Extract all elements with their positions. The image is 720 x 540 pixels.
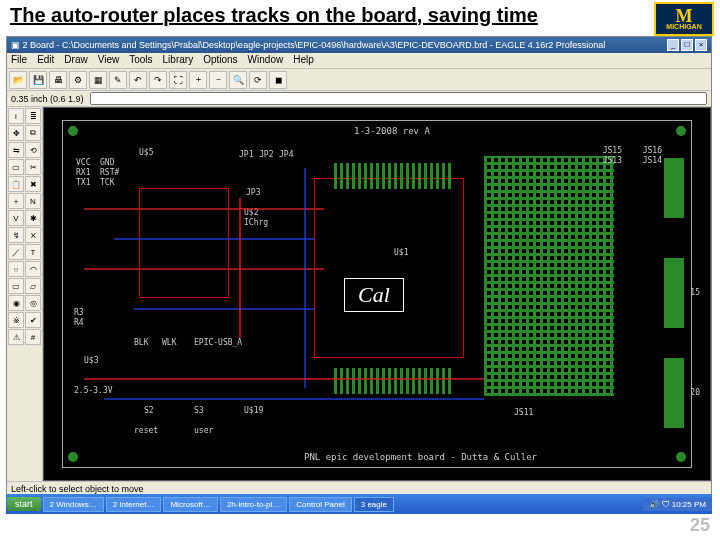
refresh-icon[interactable]: ⟳ (249, 71, 267, 89)
smash-tool-icon[interactable]: ✱ (25, 210, 41, 226)
erc-tool-icon[interactable]: ⚠ (8, 329, 24, 345)
menu-tools[interactable]: Tools (129, 54, 152, 67)
task-item[interactable]: 2 Windows… (43, 497, 104, 512)
padrow-top (334, 163, 454, 189)
app-icon: ▣ (11, 40, 20, 50)
silk-25-33v: 2.5-3.3V (74, 386, 113, 395)
silk-gnd: GND (100, 158, 114, 167)
cam-icon[interactable]: ⚙ (69, 71, 87, 89)
start-button[interactable]: start (7, 497, 41, 511)
silk-js11: JS11 (514, 408, 533, 417)
close-button[interactable]: × (695, 39, 707, 51)
copy-tool-icon[interactable]: ⧉ (25, 125, 41, 141)
silk-jp1: JP1 (239, 150, 253, 159)
circle-tool-icon[interactable]: ○ (8, 261, 24, 277)
slide-title: The auto-router places tracks on the boa… (0, 0, 720, 31)
task-item[interactable]: 2 Internet… (106, 497, 162, 512)
task-item[interactable]: 2h-intro-to-pl… (220, 497, 287, 512)
chip-u1 (314, 178, 464, 358)
arc-tool-icon[interactable]: ◠ (25, 261, 41, 277)
silk-rx1: RX1 (76, 168, 90, 177)
silk-r4: R4 (74, 318, 84, 327)
tool-palette: i ≣ ✥ ⧉ ⇋ ⟲ ▭ ✂ 📋 ✖ ＋ N V ✱ ↯ ⨯ ／ T ○ ◠ … (7, 107, 43, 481)
trace (114, 238, 314, 240)
zoom-in-icon[interactable]: ＋ (189, 71, 207, 89)
window-title: 2 Board - C:\Documents and Settings\Prab… (23, 40, 606, 50)
zoom-fit-icon[interactable]: ⛶ (169, 71, 187, 89)
trace (304, 168, 306, 388)
move-tool-icon[interactable]: ✥ (8, 125, 24, 141)
system-tray[interactable]: 🔊 🛡 10:25 PM (643, 498, 712, 511)
conn-x2 (664, 258, 684, 328)
task-item[interactable]: Control Panel (289, 497, 351, 512)
silk-user: user (194, 426, 213, 435)
cut-tool-icon[interactable]: ✂ (25, 159, 41, 175)
zoom-sel-icon[interactable]: 🔍 (229, 71, 247, 89)
coord-bar: 0.35 inch (0.6 1.9) (7, 91, 711, 107)
save-icon[interactable]: 💾 (29, 71, 47, 89)
chip-u5 (139, 188, 229, 298)
silk-date-rev: 1-3-2008 rev A (354, 126, 430, 136)
silk-r3: R3 (74, 308, 84, 317)
value-tool-icon[interactable]: V (8, 210, 24, 226)
text-tool-icon[interactable]: T (25, 244, 41, 260)
drc-tool-icon[interactable]: ✔ (25, 312, 41, 328)
via-tool-icon[interactable]: ◉ (8, 295, 24, 311)
windows-taskbar: start 2 Windows… 2 Internet… Microsoft… … (6, 494, 712, 514)
coord-readout: 0.35 inch (0.6 1.9) (11, 94, 84, 104)
open-icon[interactable]: 📂 (9, 71, 27, 89)
silk-epic-usb: EPIC-USB_A (194, 338, 242, 347)
info-tool-icon[interactable]: i (8, 108, 24, 124)
stop-icon[interactable]: ◼ (269, 71, 287, 89)
undo-icon[interactable]: ↶ (129, 71, 147, 89)
hole-tool-icon[interactable]: ◎ (25, 295, 41, 311)
paste-tool-icon[interactable]: 📋 (8, 176, 24, 192)
task-item[interactable]: Microsoft… (163, 497, 217, 512)
silk-js16: JS16 (643, 146, 662, 155)
wire-tool-icon[interactable]: ／ (8, 244, 24, 260)
proto-grid (484, 156, 614, 396)
mirror-tool-icon[interactable]: ⇋ (8, 142, 24, 158)
menu-file[interactable]: File (11, 54, 27, 67)
page-number: 25 (690, 515, 710, 536)
route-tool-icon[interactable]: ↯ (8, 227, 24, 243)
menu-options[interactable]: Options (203, 54, 237, 67)
delete-tool-icon[interactable]: ✖ (25, 176, 41, 192)
command-input[interactable] (90, 92, 707, 105)
rect-tool-icon[interactable]: ▭ (8, 278, 24, 294)
silk-bottom-text: PNL epic development board - Dutta & Cul… (304, 452, 537, 462)
silk-js13: JS13 (603, 156, 622, 165)
silk-js14: JS14 (643, 156, 662, 165)
maximize-button[interactable]: □ (681, 39, 693, 51)
zoom-out-icon[interactable]: － (209, 71, 227, 89)
print-icon[interactable]: 🖶 (49, 71, 67, 89)
board-icon[interactable]: ▦ (89, 71, 107, 89)
silk-js15: JS15 (603, 146, 622, 155)
menu-window[interactable]: Window (248, 54, 284, 67)
redo-icon[interactable]: ↷ (149, 71, 167, 89)
menu-draw[interactable]: Draw (64, 54, 87, 67)
menu-edit[interactable]: Edit (37, 54, 54, 67)
ripup-tool-icon[interactable]: ⨯ (25, 227, 41, 243)
minimize-button[interactable]: _ (667, 39, 679, 51)
script-icon[interactable]: ✎ (109, 71, 127, 89)
trace (84, 208, 324, 210)
group-tool-icon[interactable]: ▭ (8, 159, 24, 175)
pcb-canvas[interactable]: 1-3-2008 rev A VCC GND RX1 RST# TX1 TCK … (43, 107, 711, 481)
task-item-active[interactable]: 3 eagle (354, 497, 394, 512)
silk-u19: U$19 (244, 406, 263, 415)
name-tool-icon[interactable]: N (25, 193, 41, 209)
trace (239, 198, 241, 338)
auto-tool-icon[interactable]: # (25, 329, 41, 345)
menu-library[interactable]: Library (163, 54, 194, 67)
menu-view[interactable]: View (98, 54, 120, 67)
ratsnest-tool-icon[interactable]: ※ (8, 312, 24, 328)
silk-u3: U$3 (84, 356, 98, 365)
layers-tool-icon[interactable]: ≣ (25, 108, 41, 124)
silk-blk: BLK (134, 338, 148, 347)
menu-help[interactable]: Help (293, 54, 314, 67)
poly-tool-icon[interactable]: ▱ (25, 278, 41, 294)
logo-m-glyph: M (676, 9, 693, 23)
add-tool-icon[interactable]: ＋ (8, 193, 24, 209)
rotate-tool-icon[interactable]: ⟲ (25, 142, 41, 158)
